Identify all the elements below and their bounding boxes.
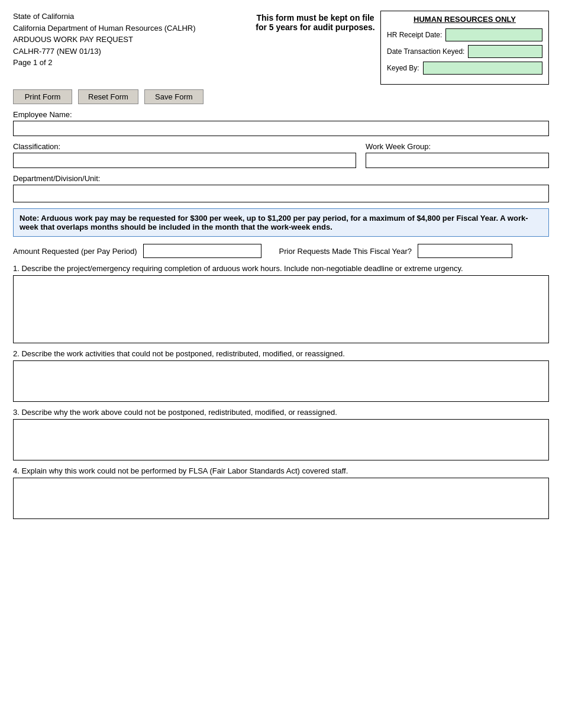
amount-label: Amount Requested (per Pay Period) — [13, 247, 137, 256]
dept-line: California Department of Human Resources… — [13, 22, 250, 34]
page-info: Page 1 of 2 — [13, 57, 250, 69]
hr-keyed-row: Keyed By: — [387, 62, 542, 75]
audit-notice: This form must be kept on file for 5 yea… — [250, 11, 380, 32]
question3-textarea[interactable] — [13, 419, 549, 460]
department-label: Department/Division/Unit: — [13, 174, 549, 183]
hr-only-title: HUMAN RESOURCES ONLY — [387, 15, 542, 24]
save-button[interactable]: Save Form — [144, 89, 204, 104]
question4-section: 4. Explain why this work could not be pe… — [13, 466, 549, 519]
note-text: Note: Arduous work pay may be requested … — [20, 214, 528, 231]
note-box: Note: Arduous work pay may be requested … — [13, 208, 549, 237]
form-number: CALHR-777 (NEW 01/13) — [13, 46, 250, 57]
hr-keyed-input[interactable] — [423, 62, 542, 75]
form-title: ARDUOUS WORK PAY REQUEST — [13, 34, 250, 46]
question4-textarea[interactable] — [13, 478, 549, 519]
classification-section: Classification: — [13, 142, 356, 168]
classification-row: Classification: Work Week Group: — [13, 142, 549, 168]
amount-input[interactable] — [143, 244, 261, 258]
employee-name-input[interactable] — [13, 121, 549, 136]
question1-textarea[interactable] — [13, 275, 549, 343]
prior-label: Prior Requests Made This Fiscal Year? — [279, 247, 412, 256]
work-week-input[interactable] — [366, 153, 549, 168]
question3-section: 3. Describe why the work above could not… — [13, 408, 549, 460]
prior-input[interactable] — [418, 244, 512, 258]
hr-receipt-row: HR Receipt Date: — [387, 28, 542, 41]
employee-name-label: Employee Name: — [13, 110, 549, 119]
department-section: Department/Division/Unit: — [13, 174, 549, 202]
question2-textarea[interactable] — [13, 360, 549, 402]
hr-keyed-label: Keyed By: — [387, 64, 419, 72]
hr-receipt-input[interactable] — [445, 28, 542, 41]
amount-row: Amount Requested (per Pay Period) Prior … — [13, 244, 549, 258]
hr-transaction-input[interactable] — [468, 45, 542, 58]
print-button[interactable]: Print Form — [13, 89, 72, 104]
hr-only-section: HUMAN RESOURCES ONLY HR Receipt Date: Da… — [380, 11, 549, 85]
hr-transaction-label: Date Transaction Keyed: — [387, 47, 464, 56]
question3-label: 3. Describe why the work above could not… — [13, 408, 549, 417]
buttons-row: Print Form Reset Form Save Form — [13, 89, 549, 104]
hr-transaction-row: Date Transaction Keyed: — [387, 45, 542, 58]
question1-label: 1. Describe the project/emergency requir… — [13, 264, 549, 273]
question2-label: 2. Describe the work activities that cou… — [13, 349, 549, 358]
state-line: State of California — [13, 11, 250, 22]
question4-label: 4. Explain why this work could not be pe… — [13, 466, 549, 475]
question1-section: 1. Describe the project/emergency requir… — [13, 264, 549, 343]
reset-button[interactable]: Reset Form — [78, 89, 138, 104]
form-header-info: State of California California Departmen… — [13, 11, 250, 69]
department-input[interactable] — [13, 185, 549, 202]
hr-receipt-label: HR Receipt Date: — [387, 31, 442, 39]
classification-label: Classification: — [13, 142, 356, 151]
question2-section: 2. Describe the work activities that cou… — [13, 349, 549, 402]
work-week-section: Work Week Group: — [366, 142, 549, 168]
work-week-label: Work Week Group: — [366, 142, 549, 151]
classification-input[interactable] — [13, 153, 356, 168]
employee-name-section: Employee Name: — [13, 110, 549, 136]
